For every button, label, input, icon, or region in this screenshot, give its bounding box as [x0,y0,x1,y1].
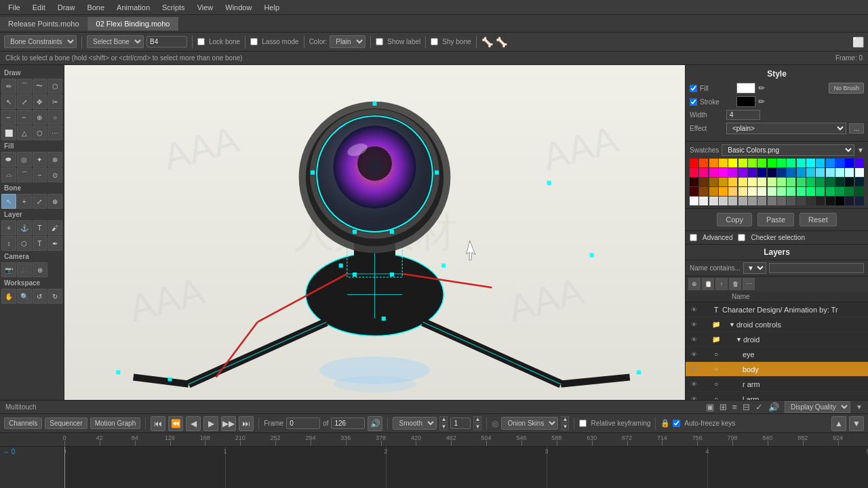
swatch-cell-55[interactable] [699,187,708,196]
bone-icon-1[interactable]: 🦴 [481,37,493,47]
fill-color-swatch[interactable] [736,83,755,94]
swatch-cell-24[interactable] [748,168,757,177]
tool-arc[interactable]: ⌓ [1,167,16,182]
menu-draw[interactable]: Draw [52,2,81,13]
swatch-cell-85[interactable] [816,197,825,205]
fill-edit-icon[interactable]: ✏ [758,83,765,93]
layer-lock-5[interactable] [699,364,710,375]
tool-freehand[interactable]: 〜 [33,79,47,94]
swatch-cell-15[interactable] [835,159,844,167]
tool-cam-3[interactable]: ⊕ [33,262,47,277]
swatch-cell-27[interactable] [777,168,786,177]
swatch-cell-42[interactable] [748,178,757,186]
swatch-cell-58[interactable] [728,187,737,196]
tool-bend[interactable]: ⌣ [1,110,16,125]
stroke-color-swatch[interactable] [736,96,755,107]
tool-a[interactable]: ⬜ [1,125,16,140]
layer-lock-7[interactable] [699,394,710,401]
menu-file[interactable]: File [3,2,26,13]
filter-type-select[interactable]: ▼ [743,262,766,274]
lock-icon[interactable]: 🔒 [660,419,670,428]
volume-btn[interactable]: 🔊 [368,416,382,431]
swatch-cell-76[interactable] [728,197,737,205]
swatch-cell-29[interactable] [797,168,806,177]
tool-fill4[interactable]: ⊗ [47,152,62,167]
swatch-cell-44[interactable] [768,178,776,186]
swatch-cell-33[interactable] [835,168,844,177]
swatch-cell-53[interactable] [855,178,864,186]
track-label-icon[interactable]: ↔ 0 [3,448,61,455]
layer-lock-3[interactable] [699,334,710,345]
menu-edit[interactable]: Edit [27,2,51,13]
layer-icon-5[interactable]: ⋯ [743,278,755,290]
swatch-cell-11[interactable] [797,159,806,167]
layer-vis-4[interactable]: 👁 [688,349,699,360]
tool-layer-paint[interactable]: 🖌 [47,220,62,235]
layer-row-7[interactable]: 👁○l arm [686,392,868,400]
swatch-cell-31[interactable] [816,168,825,177]
swatch-cell-83[interactable] [797,197,806,205]
view-mode-single[interactable]: ▣ [706,402,714,412]
menu-scripts[interactable]: Scripts [157,2,191,13]
lasso-mode-checkbox[interactable] [250,38,258,45]
swatch-cell-77[interactable] [738,197,747,205]
swatch-cell-70[interactable] [845,187,854,196]
menu-animation[interactable]: Animation [111,2,155,13]
swatch-cell-87[interactable] [835,197,844,205]
checker-checkbox[interactable] [738,234,745,241]
bone-icon-2[interactable]: 🦴 [496,37,507,47]
swatch-cell-26[interactable] [768,168,776,177]
swatch-cell-43[interactable] [757,178,766,186]
tool-fill[interactable]: ⬬ [1,152,16,167]
layer-lock-1[interactable] [699,304,710,315]
swatch-cell-13[interactable] [816,159,825,167]
tool-layer-anchor[interactable]: ⚓ [17,220,32,235]
tab-channels[interactable]: Channels [4,418,42,429]
auto-freeze-checkbox[interactable] [673,420,680,427]
relative-keyframing-checkbox[interactable] [579,420,587,427]
swatch-cell-73[interactable] [699,197,708,205]
no-brush-button[interactable]: No Brush [829,83,864,94]
tool-cam-1[interactable]: 📷 [1,262,16,277]
swatch-cell-18[interactable] [690,168,698,177]
tool-cam-2[interactable]: 🎥 [17,262,32,277]
layer-lock-6[interactable] [699,379,710,390]
swatch-cell-60[interactable] [748,187,757,196]
tool-layer-6[interactable]: ⬡ [17,236,32,251]
tool-smooth[interactable]: ○ [47,110,62,125]
layer-lock-4[interactable] [699,349,710,360]
effect-select[interactable]: <plain> [726,123,846,134]
goto-end-btn[interactable]: ⏭ [239,416,254,431]
tool-fill3[interactable]: ✦ [33,152,47,167]
layer-vis-1[interactable]: 👁 [688,304,699,315]
layer-vis-7[interactable]: 👁 [688,394,699,401]
tab-motion-graph[interactable]: Motion Graph [90,418,141,429]
tool-draw[interactable]: ✏ [1,79,16,94]
view-mode-list[interactable]: ≡ [732,402,738,412]
tool-c[interactable]: ⬡ [33,125,47,140]
swatch-cell-57[interactable] [719,187,728,196]
swatch-cell-49[interactable] [816,178,825,186]
tool-layer-t[interactable]: T [33,220,47,235]
advanced-checkbox[interactable] [690,234,697,241]
layer-row-6[interactable]: 👁○r arm [686,377,868,392]
tool-ws-1[interactable]: ✋ [1,289,16,304]
tab-flexi-binding[interactable]: 02 Flexi Binding.moho [88,17,179,30]
tool-delete[interactable]: ✂ [47,94,62,109]
swatch-cell-68[interactable] [826,187,835,196]
swatch-cell-5[interactable] [738,159,747,167]
view-mode-extra[interactable]: ⊟ [743,402,750,412]
swatch-cell-74[interactable] [709,197,718,205]
menu-window[interactable]: Window [220,2,257,13]
swatch-cell-38[interactable] [709,178,718,186]
swatch-cell-21[interactable] [719,168,728,177]
display-quality-select[interactable]: Display Quality [785,401,850,413]
swatch-cell-54[interactable] [690,187,698,196]
frame-input[interactable] [286,418,320,429]
swatch-cell-45[interactable] [777,178,786,186]
swatch-cell-19[interactable] [699,168,708,177]
swatch-cell-67[interactable] [816,187,825,196]
onion-down[interactable]: ▼ [561,424,569,430]
swatch-cell-25[interactable] [757,168,766,177]
tl-collapse-up[interactable]: ▲ [831,416,846,431]
